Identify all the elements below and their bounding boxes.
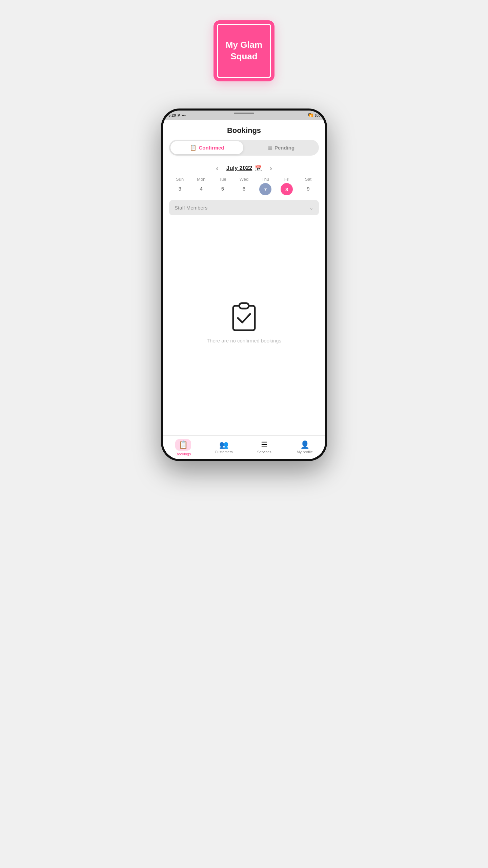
date-8[interactable]: 8: [281, 183, 293, 195]
calendar-header: ‹ July 2022 📅 ›: [163, 161, 325, 177]
status-left: 5:20 P •••: [168, 113, 186, 117]
phone-screen: 5:20 P ••• 📶 100 Bookings 📋 Confirmed ≣: [163, 111, 325, 459]
app-content: Bookings 📋 Confirmed ≣ Pending ‹ July 2: [163, 120, 325, 459]
time-display: 5:20: [168, 113, 176, 117]
logo-text: My GlamSquad: [226, 39, 262, 62]
bottom-nav: 📋 Bookings 👥 Customers ☰ Services 👤: [163, 435, 325, 459]
nav-item-customers[interactable]: 👥 Customers: [204, 436, 244, 459]
nav-item-services[interactable]: ☰ Services: [244, 436, 285, 459]
date-3[interactable]: 3: [169, 183, 190, 195]
notch: [234, 113, 254, 114]
wifi-icon: 📶: [309, 114, 313, 117]
tab-confirmed[interactable]: 📋 Confirmed: [170, 141, 243, 154]
day-thu: Thu: [255, 177, 276, 182]
day-wed: Wed: [233, 177, 255, 182]
date-7[interactable]: 7: [259, 183, 271, 195]
filter-icon: ≣: [268, 144, 272, 151]
empty-message: There are no confirmed bookings: [207, 338, 281, 343]
day-sat: Sat: [298, 177, 319, 182]
date-5[interactable]: 5: [212, 183, 233, 195]
day-tue: Tue: [212, 177, 233, 182]
svg-rect-0: [233, 306, 255, 330]
svg-rect-1: [239, 303, 249, 309]
day-fri: Fri: [276, 177, 298, 182]
dots-display: •••: [182, 113, 186, 117]
day-labels: Sun Mon Tue Wed Thu Fri Sat: [163, 177, 325, 182]
phone-frame: 5:20 P ••• 📶 100 Bookings 📋 Confirmed ≣: [161, 108, 327, 461]
chevron-down-icon: ⌄: [309, 205, 313, 211]
carrier-display: P: [178, 113, 180, 117]
next-month-button[interactable]: ›: [266, 163, 276, 173]
bookings-icon: 📋: [179, 440, 188, 449]
calendar-check-icon: 📋: [190, 144, 197, 151]
staff-dropdown-text: Staff Members: [175, 205, 207, 211]
nav-item-bookings[interactable]: 📋 Bookings: [163, 436, 204, 459]
date-4[interactable]: 4: [190, 183, 212, 195]
battery-display: 100: [314, 114, 320, 117]
status-bar: 5:20 P ••• 📶 100: [163, 111, 325, 120]
date-6[interactable]: 6: [233, 183, 255, 195]
app-logo: My GlamSquad: [214, 20, 274, 81]
services-nav-label: Services: [257, 450, 271, 454]
date-9[interactable]: 9: [298, 183, 319, 195]
clipboard-check-icon: [230, 301, 258, 332]
customers-nav-label: Customers: [215, 450, 233, 454]
empty-state: There are no confirmed bookings: [163, 219, 325, 435]
myprofile-nav-label: My profile: [297, 450, 313, 454]
calendar-icon: 📅: [255, 165, 262, 172]
day-sun: Sun: [169, 177, 190, 182]
prev-month-button[interactable]: ‹: [212, 163, 222, 173]
day-mon: Mon: [190, 177, 212, 182]
chevron-left-icon: ‹: [216, 164, 218, 172]
chevron-right-icon: ›: [270, 164, 272, 172]
status-right: 📶 100: [309, 114, 320, 117]
month-year-display: July 2022 📅: [226, 165, 262, 172]
confirmed-tab-label: Confirmed: [199, 145, 224, 151]
calendar-dates: 3 4 5 6 7 8 9: [163, 183, 325, 195]
customers-icon: 👥: [219, 441, 228, 449]
staff-dropdown[interactable]: Staff Members ⌄: [169, 200, 319, 215]
profile-icon: 👤: [300, 441, 309, 449]
pending-tab-label: Pending: [274, 145, 294, 151]
services-icon: ☰: [261, 441, 268, 449]
bookings-icon-bg: 📋: [175, 439, 191, 451]
bookings-nav-label: Bookings: [176, 452, 191, 456]
month-year-text: July 2022: [226, 165, 252, 172]
page-title: Bookings: [163, 120, 325, 140]
tab-switcher: 📋 Confirmed ≣ Pending: [169, 140, 319, 156]
nav-item-myprofile[interactable]: 👤 My profile: [285, 436, 325, 459]
tab-pending[interactable]: ≣ Pending: [245, 141, 318, 154]
